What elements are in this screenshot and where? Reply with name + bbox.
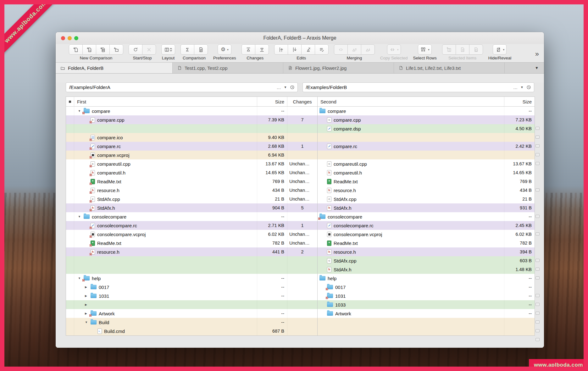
expand-arrow-icon[interactable]: ▶ xyxy=(85,303,91,306)
select-rows-grid-icon[interactable]: ▾ xyxy=(418,44,432,55)
table-row[interactable]: *ReadMe.txt769 BUnchan…*ReadMe.txt769 B xyxy=(66,177,535,186)
change-map-block[interactable] xyxy=(535,153,540,156)
push-up-icon[interactable] xyxy=(274,44,288,55)
change-map-block[interactable] xyxy=(535,188,540,191)
hide-reveal-icon[interactable]: ▾ xyxy=(493,44,507,55)
title-bar[interactable]: FolderA, FolderB – Araxis Merge xyxy=(56,32,544,44)
table-row[interactable]: compare.vcproj6.94 KB xyxy=(66,151,535,159)
summary-sigma-icon[interactable] xyxy=(180,44,194,55)
table-row[interactable]: ▶1031--1031-- xyxy=(66,291,535,300)
change-map-strip[interactable] xyxy=(535,115,540,344)
table-row[interactable]: ▼Build-- xyxy=(66,318,535,327)
tab-3[interactable]: Flower1.jpg, Flower2.jpg xyxy=(283,63,394,73)
table-row[interactable]: compare.rc2.68 KB1compare.rc2.42 KB xyxy=(66,142,535,151)
changes-cell: Unchan… xyxy=(287,195,318,203)
browse-ellipsis-icon[interactable]: … xyxy=(277,85,281,90)
change-map-block[interactable] xyxy=(535,144,540,147)
column-header-second-size[interactable]: Size xyxy=(504,97,535,106)
table-row[interactable]: hresource.h434 BUnchan…hresource.h434 B xyxy=(66,186,535,195)
second-name-cell: compare.rc xyxy=(318,142,504,151)
minimize-button[interactable] xyxy=(68,36,72,40)
chevron-down-icon[interactable]: ▼ xyxy=(520,86,524,89)
close-button[interactable] xyxy=(61,36,65,40)
new-binary-comparison-icon[interactable]: 01 xyxy=(82,44,96,55)
row-marker-cell xyxy=(66,186,74,195)
cpp-file-icon: c xyxy=(91,197,95,202)
table-row[interactable]: hresource.h441 B2hresource.h394 B xyxy=(66,247,535,256)
layout-columns-icon[interactable] xyxy=(161,44,175,55)
change-map-block[interactable] xyxy=(535,294,540,297)
table-row[interactable]: ▼help--help-- xyxy=(66,274,535,283)
folder-icon xyxy=(327,302,333,307)
collapse-arrow-icon[interactable]: ▼ xyxy=(85,321,91,324)
last-change-icon[interactable] xyxy=(255,44,269,55)
change-map-block[interactable] xyxy=(535,215,540,218)
history-clock-icon[interactable] xyxy=(526,85,531,90)
second-name-cell xyxy=(318,327,504,335)
table-row[interactable]: ▶0017--0017-- xyxy=(66,283,535,291)
tab-1[interactable]: FolderA, FolderB xyxy=(56,63,173,73)
new-text-comparison-icon[interactable] xyxy=(69,44,83,55)
table-row[interactable]: ccompare.cpp7.39 KB7ccompare.cpp7.23 KB xyxy=(66,115,535,124)
change-map-block[interactable] xyxy=(535,303,540,306)
column-header-first[interactable]: First xyxy=(74,97,257,106)
file-name: help xyxy=(92,276,101,281)
zoom-button[interactable] xyxy=(74,36,78,40)
first-folder-path-field[interactable]: /Examples/FolderA … ▼ xyxy=(66,82,298,92)
expand-arrow-icon[interactable]: ▶ xyxy=(85,285,91,289)
change-map-block[interactable] xyxy=(535,320,540,324)
change-map-block[interactable] xyxy=(535,259,540,262)
change-map-block[interactable] xyxy=(535,136,540,139)
change-map-block[interactable] xyxy=(535,329,540,332)
toolbar-overflow-chevrons[interactable]: » xyxy=(535,50,541,58)
discard-edit-icon[interactable] xyxy=(301,44,315,55)
tab-2[interactable]: Test1.cpp, Test2.cpp xyxy=(173,63,283,73)
table-row[interactable]: hStdAfx.h1.48 KB xyxy=(66,265,535,274)
accept-edits-icon[interactable] xyxy=(315,44,329,55)
table-row[interactable]: cStdAfx.cpp603 B xyxy=(66,256,535,265)
report-icon[interactable] xyxy=(194,44,208,55)
first-change-icon[interactable] xyxy=(241,44,255,55)
browse-ellipsis-icon[interactable]: … xyxy=(513,85,518,90)
history-clock-icon[interactable] xyxy=(290,85,295,90)
tab-list-dropdown[interactable]: ▼ xyxy=(530,63,544,73)
table-row[interactable]: hStdAfx.h904 B5hStdAfx.h931 B xyxy=(66,203,535,212)
change-map-block[interactable] xyxy=(535,127,540,130)
table-row[interactable]: hcompareutil.h14.65 KBUnchan…hcompareuti… xyxy=(66,168,535,177)
change-map-block[interactable] xyxy=(535,338,540,341)
column-header-second[interactable]: Second xyxy=(318,97,504,106)
row-marker-header[interactable] xyxy=(66,97,74,106)
new-image-comparison-icon[interactable] xyxy=(96,44,110,55)
table-row[interactable]: ▼consolecompare--consolecompare-- xyxy=(66,212,535,221)
table-row[interactable]: ▶Artwork--Artwork-- xyxy=(66,309,535,318)
row-marker-cell xyxy=(66,274,74,283)
change-map-block[interactable] xyxy=(535,232,540,235)
table-row[interactable]: cStdAfx.cpp21 BUnchan…cStdAfx.cpp21 B xyxy=(66,195,535,203)
change-map-block[interactable] xyxy=(535,162,540,165)
second-folder-path-field[interactable]: /Examples/FolderB … ▼ xyxy=(302,82,535,92)
push-down-icon[interactable] xyxy=(288,44,302,55)
gear-icon[interactable]: ⚙▾ xyxy=(218,44,231,55)
table-row[interactable]: compare.ico9.40 KB xyxy=(66,133,535,142)
table-row[interactable]: consolecompare.rc2.71 KB1consolecompare.… xyxy=(66,221,535,230)
tab-4[interactable]: Life1.txt, Life2.txt, Life3.txt xyxy=(394,63,505,73)
change-map-block[interactable] xyxy=(535,276,540,280)
change-map-block[interactable] xyxy=(535,312,540,315)
table-row[interactable]: ▼compare--compare-- xyxy=(66,107,535,115)
expand-arrow-icon[interactable]: ▶ xyxy=(85,294,91,297)
column-header-size[interactable]: Size xyxy=(257,97,287,106)
column-header-changes[interactable]: Changes xyxy=(287,97,318,106)
change-map-block[interactable] xyxy=(535,268,540,271)
collapse-arrow-icon[interactable]: ▼ xyxy=(78,215,84,218)
table-row[interactable]: ▶1033-- xyxy=(66,300,535,309)
chevron-down-icon[interactable]: ▼ xyxy=(284,86,287,89)
table-row[interactable]: compare.dsp4.50 KB xyxy=(66,124,535,133)
h-file-icon: h xyxy=(91,249,95,255)
table-row[interactable]: *ReadMe.txt782 BUnchan…*ReadMe.txt782 B xyxy=(66,239,535,247)
table-row[interactable]: ccompareutil.cpp13.67 KBUnchan…ccompareu… xyxy=(66,159,535,168)
restart-comparison-icon[interactable] xyxy=(129,44,142,55)
new-folder-comparison-icon[interactable] xyxy=(109,44,123,55)
table-row[interactable]: >_Build.cmd687 B xyxy=(66,327,535,335)
table-row[interactable]: consolecompare.vcproj6.02 KBUnchan…conso… xyxy=(66,230,535,239)
changes-cell xyxy=(287,212,318,221)
